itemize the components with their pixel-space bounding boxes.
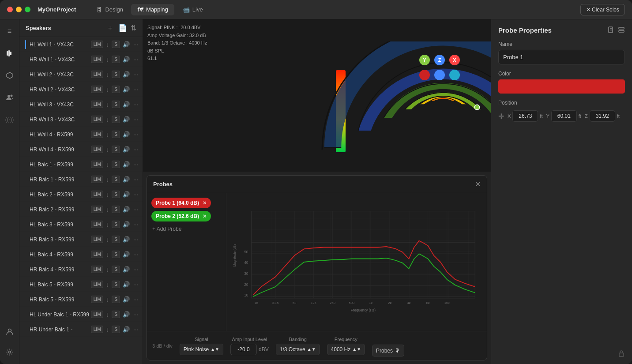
eq-icon[interactable]: ⫿ [105,100,110,109]
banding-select[interactable]: 1/3 Octave ▲▼ [276,344,320,355]
lim-badge[interactable]: LIM [91,146,104,153]
lim-badge[interactable]: LIM [91,41,104,48]
lim-badge[interactable]: LIM [91,311,104,318]
s-badge[interactable]: S [112,206,120,213]
lim-badge[interactable]: LIM [91,236,104,243]
probe1-tag[interactable]: Probe 1 (64.0 dB) ✕ [151,198,211,208]
probe2-close[interactable]: ✕ [203,214,207,219]
more-icon[interactable]: ··· [132,295,139,304]
eq-icon[interactable]: ⫿ [105,250,110,259]
probe-name-input[interactable] [498,50,625,64]
speaker-icon[interactable]: 🔊 [122,160,131,169]
more-icon[interactable]: ··· [132,85,139,94]
more-icon[interactable]: ··· [132,235,139,244]
speaker-item[interactable]: HR Balc 3 - RX599 LIM ⫿ S 🔊 ··· [19,232,143,247]
lim-badge[interactable]: LIM [91,296,104,303]
tab-live[interactable]: 📹 Live [176,4,209,15]
speaker-icon[interactable]: 🔊 [122,265,131,274]
lock-icon[interactable] [618,350,625,357]
speaker-item[interactable]: HR Wall 4 - RX599 LIM ⫿ S 🔊 ··· [19,142,143,157]
eq-icon[interactable]: ⫿ [105,235,110,244]
eq-icon[interactable]: ⫿ [105,115,110,124]
speaker-item[interactable]: HR Wall 2 - VX43C LIM ⫿ S 🔊 ··· [19,82,143,97]
speaker-item[interactable]: HR Balc 4 - RX599 LIM ⫿ S 🔊 ··· [19,262,143,277]
s-badge[interactable]: S [112,221,120,228]
eq-icon[interactable]: ⫿ [105,145,110,154]
more-icon[interactable]: ··· [132,280,139,289]
s-badge[interactable]: S [112,326,120,333]
eq-icon[interactable]: ⫿ [105,175,110,184]
s-badge[interactable]: S [112,101,120,108]
more-icon[interactable]: ··· [132,115,139,124]
s-badge[interactable]: S [112,161,120,168]
lim-badge[interactable]: LIM [91,191,104,198]
speaker-doc-icon[interactable]: 📄 [118,24,127,32]
sidebar-item-signal[interactable]: ((·)) [3,113,16,126]
speaker-icon[interactable]: 🔊 [122,205,131,214]
s-badge[interactable]: S [112,176,120,183]
color-swatch[interactable] [498,79,625,94]
probe1-close[interactable]: ✕ [203,200,207,206]
s-badge[interactable]: S [112,116,120,123]
lim-badge[interactable]: LIM [91,326,104,333]
eq-icon[interactable]: ⫿ [105,265,110,274]
s-badge[interactable]: S [112,86,120,93]
speaker-icon[interactable]: 🔊 [122,280,131,289]
eq-icon[interactable]: ⫿ [105,295,110,304]
eq-icon[interactable]: ⫿ [105,40,110,49]
speaker-icon[interactable]: 🔊 [122,190,131,199]
probes-close-button[interactable]: ✕ [475,180,481,188]
doc-icon[interactable] [607,26,614,34]
speaker-item[interactable]: HL Wall 4 - RX599 LIM ⫿ S 🔊 ··· [19,127,143,142]
lim-badge[interactable]: LIM [91,101,104,108]
eq-icon[interactable]: ⫿ [105,55,110,64]
more-icon[interactable]: ··· [132,265,139,274]
speaker-icon[interactable]: 🔊 [122,70,131,79]
more-icon[interactable]: ··· [132,100,139,109]
amp-input[interactable] [230,344,257,355]
signal-select[interactable]: Pink Noise ▲▼ [180,344,223,355]
more-icon[interactable]: ··· [132,70,139,79]
speaker-item[interactable]: HL Balc 4 - RX599 LIM ⫿ S 🔊 ··· [19,247,143,262]
s-badge[interactable]: S [112,191,120,198]
more-icon[interactable]: ··· [132,250,139,259]
speaker-icon[interactable]: 🔊 [122,295,131,304]
sidebar-item-user[interactable] [3,325,16,338]
speaker-icon[interactable]: 🔊 [122,115,131,124]
speaker-sort-icon[interactable]: ⇅ [131,24,136,32]
s-badge[interactable]: S [112,56,120,63]
speaker-item[interactable]: HR Balc 2 - RX599 LIM ⫿ S 🔊 ··· [19,202,143,217]
lim-badge[interactable]: LIM [91,281,104,288]
speaker-icon[interactable]: 🔊 [122,220,131,229]
more-icon[interactable]: ··· [132,310,139,319]
more-icon[interactable]: ··· [132,205,139,214]
x-dot[interactable]: X [449,55,460,65]
speaker-icon[interactable]: 🔊 [122,235,131,244]
tab-mapping[interactable]: 🗺 Mapping [131,4,174,15]
speaker-icon[interactable]: 🔊 [122,325,131,334]
more-icon[interactable]: ··· [132,220,139,229]
lim-badge[interactable]: LIM [91,176,104,183]
maximize-button[interactable] [25,7,30,12]
eq-icon[interactable]: ⫿ [105,70,110,79]
z-dot[interactable]: Z [434,55,445,65]
eq-icon[interactable]: ⫿ [105,220,110,229]
speaker-item[interactable]: HL Balc 3 - RX599 LIM ⫿ S 🔊 ··· [19,217,143,232]
eq-icon[interactable]: ⫿ [105,280,110,289]
s-badge[interactable]: S [112,251,120,258]
speaker-item[interactable]: HR Balc 1 - RX599 LIM ⫿ S 🔊 ··· [19,172,143,187]
s-badge[interactable]: S [112,146,120,153]
lim-badge[interactable]: LIM [91,71,104,78]
add-probe-button[interactable]: + Add Probe [151,224,222,234]
s-badge[interactable]: S [112,266,120,273]
s-badge[interactable]: S [112,311,120,318]
lim-badge[interactable]: LIM [91,206,104,213]
eq-icon[interactable]: ⫿ [105,190,110,199]
minimize-button[interactable] [16,7,22,12]
add-speaker-button[interactable]: + [108,24,112,32]
lim-badge[interactable]: LIM [91,116,104,123]
close-button[interactable] [7,7,13,12]
speaker-icon[interactable]: 🔊 [122,55,131,64]
s-badge[interactable]: S [112,131,120,138]
s-badge[interactable]: S [112,71,120,78]
